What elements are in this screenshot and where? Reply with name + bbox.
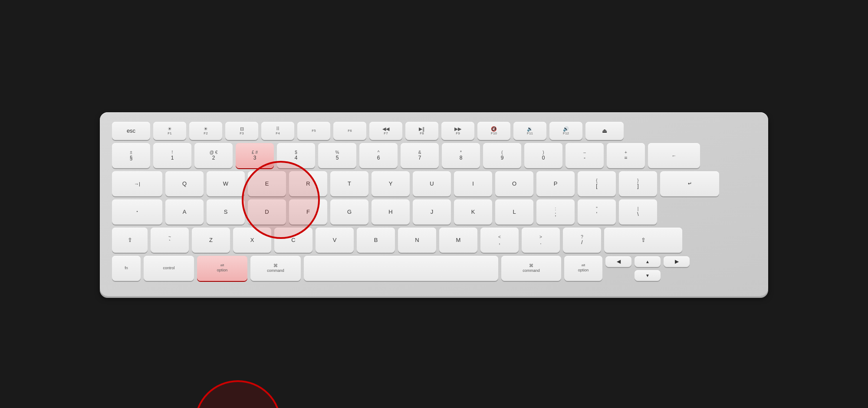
key-s[interactable]: S	[207, 199, 245, 225]
key-minus[interactable]: – -	[566, 143, 604, 168]
key-return[interactable]: ↵	[660, 171, 719, 196]
key-a[interactable]: A	[165, 199, 204, 225]
key-i[interactable]: I	[454, 171, 492, 196]
key-semicolon[interactable]: : ;	[536, 199, 575, 225]
key-q[interactable]: Q	[165, 171, 204, 196]
key-arrow-down[interactable]: ▼	[635, 270, 661, 281]
key-tab[interactable]: →|	[112, 171, 162, 196]
key-f8[interactable]: ▶‖ F8	[405, 122, 438, 140]
key-space[interactable]	[304, 256, 498, 281]
key-p[interactable]: P	[536, 171, 575, 196]
key-quote[interactable]: " '	[578, 199, 616, 225]
key-f10[interactable]: 🔇 F10	[477, 122, 510, 140]
key-command-right[interactable]: ⌘ command	[501, 256, 561, 281]
key-f12[interactable]: 🔊 F12	[549, 122, 582, 140]
key-y[interactable]: Y	[372, 171, 410, 196]
key-eject[interactable]: ⏏	[585, 122, 624, 140]
key-u[interactable]: U	[413, 171, 451, 196]
key-shift-right[interactable]: ⇧	[604, 228, 682, 253]
key-slash[interactable]: ? /	[563, 228, 601, 253]
key-v[interactable]: V	[316, 228, 354, 253]
arrow-cluster: ◀ ▲ ▶ ▼	[605, 256, 690, 281]
circle-highlight-bottom	[194, 380, 281, 408]
key-f7[interactable]: ◀◀ F7	[369, 122, 402, 140]
key-w[interactable]: W	[207, 171, 245, 196]
key-period[interactable]: > .	[522, 228, 560, 253]
key-3[interactable]: £ # 3	[236, 143, 274, 168]
key-l[interactable]: L	[495, 199, 533, 225]
key-control[interactable]: control	[144, 256, 194, 281]
key-9[interactable]: ( 9	[483, 143, 521, 168]
key-2[interactable]: @ € 2	[194, 143, 233, 168]
key-0[interactable]: ) 0	[524, 143, 562, 168]
qwer-row: →| Q W E R T Y U I O P	[112, 171, 756, 196]
key-backslash[interactable]: | \	[619, 199, 657, 225]
key-arrow-up[interactable]: ▲	[635, 256, 661, 267]
key-shift-left[interactable]: ⇧	[112, 228, 148, 253]
num-row: ± § ! 1 @ € 2 £ # 3 $ 4	[112, 143, 756, 168]
key-j[interactable]: J	[413, 199, 451, 225]
key-f4[interactable]: ⠿ F4	[261, 122, 294, 140]
key-8[interactable]: * 8	[442, 143, 480, 168]
key-5[interactable]: % 5	[318, 143, 356, 168]
key-z[interactable]: Z	[192, 228, 230, 253]
key-arrow-left[interactable]: ◀	[605, 256, 631, 267]
key-equals[interactable]: + =	[607, 143, 645, 168]
key-n[interactable]: N	[398, 228, 436, 253]
key-o[interactable]: O	[495, 171, 533, 196]
key-6[interactable]: ^ 6	[359, 143, 398, 168]
key-command-left[interactable]: ⌘ command	[250, 256, 301, 281]
key-d[interactable]: D	[248, 199, 286, 225]
key-f11[interactable]: 🔉 F11	[513, 122, 546, 140]
key-4[interactable]: $ 4	[277, 143, 315, 168]
key-7[interactable]: & 7	[401, 143, 439, 168]
key-c[interactable]: C	[274, 228, 312, 253]
key-caps-lock[interactable]: •	[112, 199, 162, 225]
key-grave[interactable]: ~ `	[151, 228, 189, 253]
arrow-ud: ▲	[635, 256, 661, 267]
keyboard: esc ☀ F1 ☀ F2 ⊟ F3 ⠿ F4 F5 F6 ◀◀ F7 ▶‖	[100, 112, 768, 296]
key-arrow-right[interactable]: ▶	[664, 256, 690, 267]
key-esc[interactable]: esc	[112, 122, 150, 140]
key-f3[interactable]: ⊟ F3	[225, 122, 258, 140]
key-r[interactable]: R	[289, 171, 327, 196]
key-option-left[interactable]: alt option	[197, 256, 247, 281]
arrow-bottom-row: ▼	[605, 270, 690, 281]
key-fn[interactable]: fn	[112, 256, 141, 281]
key-comma[interactable]: < ,	[480, 228, 519, 253]
key-f[interactable]: F	[289, 199, 327, 225]
key-f5[interactable]: F5	[297, 122, 330, 140]
key-g[interactable]: G	[330, 199, 368, 225]
key-e[interactable]: E	[248, 171, 286, 196]
key-h[interactable]: H	[372, 199, 410, 225]
key-x[interactable]: X	[233, 228, 271, 253]
key-bracket-close[interactable]: } ]	[619, 171, 657, 196]
key-delete[interactable]: ←	[648, 143, 700, 168]
key-b[interactable]: B	[357, 228, 395, 253]
key-f6[interactable]: F6	[333, 122, 366, 140]
fn-row: esc ☀ F1 ☀ F2 ⊟ F3 ⠿ F4 F5 F6 ◀◀ F7 ▶‖	[112, 122, 756, 140]
key-f9[interactable]: ▶▶ F9	[441, 122, 474, 140]
key-f2[interactable]: ☀ F2	[189, 122, 222, 140]
key-bracket-open[interactable]: { [	[578, 171, 616, 196]
key-f1[interactable]: ☀ F1	[153, 122, 186, 140]
space-row: fn control alt option ⌘ command ⌘ comman…	[112, 256, 756, 281]
arrow-top-row: ◀ ▲ ▶	[605, 256, 690, 267]
key-option-right[interactable]: alt option	[564, 256, 602, 281]
key-t[interactable]: T	[330, 171, 368, 196]
key-m[interactable]: M	[439, 228, 477, 253]
zxcv-row: ⇧ ~ ` Z X C V B N M <	[112, 228, 756, 253]
key-section[interactable]: ± §	[112, 143, 150, 168]
asdf-row: • A S D F G H J K L : ;	[112, 199, 756, 225]
key-k[interactable]: K	[454, 199, 492, 225]
key-1[interactable]: ! 1	[153, 143, 191, 168]
